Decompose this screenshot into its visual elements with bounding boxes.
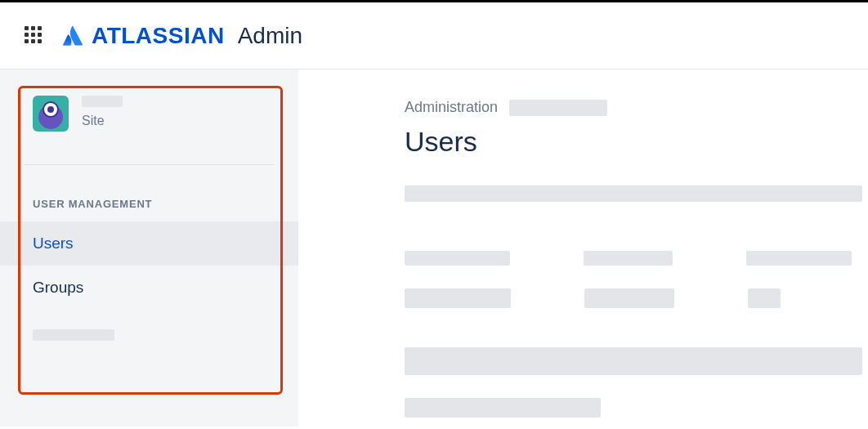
column-header-placeholder: [746, 251, 852, 266]
sidebar-section-heading: USER MANAGEMENT: [0, 165, 298, 221]
filter-header-row: [405, 251, 852, 266]
breadcrumb-placeholder: [509, 100, 607, 116]
column-header-placeholder: [405, 251, 510, 266]
sidebar-item-placeholder: [33, 329, 114, 341]
main-content: Administration Users: [298, 69, 868, 427]
brand-logo-area[interactable]: ATLASSIAN Admin: [60, 23, 302, 49]
sidebar-item-groups[interactable]: Groups: [0, 266, 298, 310]
filter-input-placeholder[interactable]: [405, 288, 511, 308]
sidebar-item-label: Groups: [33, 279, 83, 296]
sidebar: Site USER MANAGEMENT Users Groups: [0, 69, 298, 427]
filter-input-placeholder[interactable]: [584, 288, 674, 308]
breadcrumb: Administration: [405, 99, 852, 116]
body-area: Site USER MANAGEMENT Users Groups Admini…: [0, 69, 868, 427]
sidebar-item-users[interactable]: Users: [0, 221, 298, 266]
breadcrumb-root[interactable]: Administration: [405, 99, 498, 116]
table-row-placeholder: [405, 398, 601, 418]
site-name-placeholder: [82, 96, 123, 107]
description-placeholder: [405, 185, 862, 202]
site-avatar-icon: [33, 96, 69, 132]
site-type-label: Site: [82, 114, 123, 128]
app-switcher-icon[interactable]: [25, 26, 44, 46]
product-name: Admin: [238, 23, 302, 49]
site-switcher[interactable]: Site: [0, 86, 298, 156]
site-info: Site: [82, 96, 123, 128]
top-navigation-bar: ATLASSIAN Admin: [0, 2, 868, 69]
table-row-placeholder: [405, 347, 862, 375]
filter-input-row: [405, 288, 852, 308]
brand-name: ATLASSIAN: [92, 23, 225, 49]
atlassian-logo-icon: [60, 25, 83, 47]
sidebar-item-label: Users: [33, 235, 74, 252]
page-title: Users: [405, 126, 852, 158]
column-header-placeholder: [584, 251, 673, 266]
filter-input-placeholder[interactable]: [748, 288, 781, 308]
